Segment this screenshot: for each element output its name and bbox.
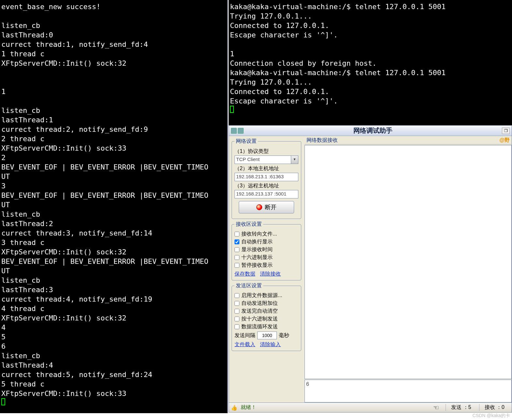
auto-clear-checkbox[interactable] <box>235 309 239 314</box>
checkbox-label: 启用文件数据源... <box>241 292 282 299</box>
checkbox-label: 自动换行显示 <box>241 238 273 245</box>
protocol-type-label: （1）协议类型 <box>235 148 298 155</box>
save-data-link[interactable]: 保存数据 <box>235 271 255 277</box>
maximize-button[interactable]: ❐ <box>502 128 510 134</box>
right-terminal-text: kaka@kaka-virtual-machine:/$ telnet 127.… <box>230 3 446 105</box>
checkbox-label: 接收转向文件... <box>241 231 277 237</box>
titlebar[interactable]: 网络调试助手 ❐ <box>229 126 512 136</box>
checkbox-label: 数据流循环发送 <box>241 323 278 330</box>
checkbox-row[interactable]: 显示接收时间 <box>235 246 298 253</box>
recv-to-file-checkbox[interactable] <box>235 232 239 237</box>
group-network-settings: 网络设置 （1）协议类型 TCP Client ▼ （2）本地主机地址 192.… <box>232 138 301 219</box>
disconnect-label: 断开 <box>265 203 277 211</box>
local-host-label: （2）本地主机地址 <box>235 165 298 172</box>
checkbox-label: 十六进制显示 <box>241 254 273 261</box>
checkbox-label: 显示接收时间 <box>241 246 273 253</box>
cursor-icon <box>230 106 234 113</box>
hex-display-checkbox[interactable] <box>235 255 239 260</box>
protocol-type-select[interactable]: TCP Client ▼ <box>235 156 298 164</box>
checkbox-row[interactable]: 自动换行显示 <box>235 238 298 245</box>
thumbs-up-icon: 👍 <box>231 405 238 411</box>
pause-recv-checkbox[interactable] <box>235 263 239 268</box>
local-host-input[interactable]: 192.168.213.1 :61363 <box>235 173 298 181</box>
receive-textarea[interactable] <box>305 145 512 379</box>
clear-recv-link[interactable]: 清除接收 <box>260 271 281 277</box>
recv-links: 保存数据 清除接收 <box>235 271 298 278</box>
checkbox-row[interactable]: 按十六进制发送 <box>235 316 298 322</box>
window-title: 网络调试助手 <box>246 126 500 135</box>
loop-send-checkbox[interactable] <box>235 324 239 329</box>
titlebar-left-icons <box>231 128 244 134</box>
recv-header: 网络数据接收 @野 <box>305 137 512 144</box>
local-host-value: 192.168.213.1 :61363 <box>236 174 284 179</box>
record-icon <box>256 204 262 210</box>
checkbox-row[interactable]: 发送完自动清空 <box>235 308 298 315</box>
group-legend: 发送区设置 <box>235 282 263 289</box>
app-icon <box>238 128 244 134</box>
left-terminal-text: event_base_new success! listen_cb lastTh… <box>1 3 208 398</box>
protocol-type-value: TCP Client <box>236 156 260 162</box>
group-send-settings: 发送区设置 启用文件数据源... 自动发送附加位 发送完自动清空 按十六进制发送… <box>232 282 301 351</box>
main-area: 网络数据接收 @野 6 <box>304 136 512 402</box>
remote-host-label: （3）远程主机地址 <box>235 183 298 189</box>
auto-wrap-checkbox[interactable] <box>235 239 239 244</box>
group-receive-settings: 接收区设置 接收转向文件... 自动换行显示 显示接收时间 十六进制显示 暂停接… <box>232 221 301 280</box>
checkbox-label: 自动发送附加位 <box>241 300 278 307</box>
pointing-hand-icon: ☜ <box>429 404 443 412</box>
checkbox-row[interactable]: 自动发送附加位 <box>235 300 298 307</box>
status-sent: 发送 ：5 <box>446 404 476 411</box>
status-ready: 就绪！ <box>241 404 256 411</box>
group-legend: 网络设置 <box>235 138 258 145</box>
checkbox-row[interactable]: 接收转向文件... <box>235 231 298 237</box>
window-body: 网络设置 （1）协议类型 TCP Client ▼ （2）本地主机地址 192.… <box>229 136 512 402</box>
show-time-checkbox[interactable] <box>235 247 239 252</box>
hex-send-checkbox[interactable] <box>235 317 239 321</box>
side-panel: 网络设置 （1）协议类型 TCP Client ▼ （2）本地主机地址 192.… <box>229 136 304 402</box>
file-source-checkbox[interactable] <box>235 293 239 298</box>
interval-label: 发送间隔 <box>235 332 255 339</box>
brand-label: @野 <box>499 137 510 144</box>
cursor-icon <box>1 398 5 405</box>
watermark: CSDN @kaka的卡 <box>473 413 510 419</box>
status-recv: 接收 ：0 <box>479 404 510 411</box>
remote-host-input[interactable]: 192.168.213.137 :5001 <box>235 190 298 198</box>
interval-input[interactable] <box>257 332 277 339</box>
app-icon <box>231 128 237 134</box>
send-links: 文件载入 清除输入 <box>235 341 298 348</box>
left-terminal[interactable]: event_base_new success! listen_cb lastTh… <box>0 0 228 413</box>
remote-host-value: 192.168.213.137 :5001 <box>236 191 286 196</box>
disconnect-button[interactable]: 断开 <box>239 201 294 213</box>
chevron-down-icon: ▼ <box>291 156 298 164</box>
right-terminal[interactable]: kaka@kaka-virtual-machine:/$ telnet 127.… <box>229 0 512 125</box>
group-legend: 接收区设置 <box>235 221 263 228</box>
interval-unit: 毫秒 <box>279 332 289 339</box>
checkbox-row[interactable]: 数据流循环发送 <box>235 323 298 330</box>
clear-input-link[interactable]: 清除输入 <box>260 342 281 347</box>
status-bar: 👍 就绪！ ☜ 发送 ：5 接收 ：0 <box>229 402 512 412</box>
recv-header-label: 网络数据接收 <box>306 137 338 144</box>
file-load-link[interactable]: 文件载入 <box>235 342 255 347</box>
checkbox-label: 发送完自动清空 <box>241 308 278 315</box>
network-assistant-window: 网络调试助手 ❐ 网络设置 （1）协议类型 TCP Client ▼ （2）本地… <box>229 125 512 413</box>
checkbox-row[interactable]: 暂停接收显示 <box>235 262 298 269</box>
checkbox-label: 按十六进制发送 <box>241 316 278 322</box>
checkbox-row[interactable]: 启用文件数据源... <box>235 292 298 299</box>
checkbox-row[interactable]: 十六进制显示 <box>235 254 298 261</box>
auto-append-checkbox[interactable] <box>235 301 239 306</box>
checkbox-label: 暂停接收显示 <box>241 262 273 269</box>
send-textarea[interactable]: 6 <box>305 380 512 402</box>
send-interval-row: 发送间隔 毫秒 <box>235 332 298 339</box>
send-value: 6 <box>306 381 309 387</box>
